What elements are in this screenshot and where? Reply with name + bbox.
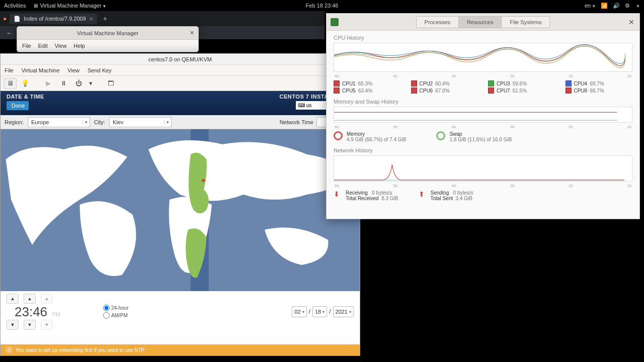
cpu-name: CPU8: [574, 88, 588, 94]
sysmon-body: CPU History 605040302010 CPU1 65.3%CPU2 …: [327, 31, 639, 219]
warning-icon: ⚠: [6, 346, 13, 353]
city-label: City:: [94, 119, 105, 125]
cpu-value: 69.7%: [590, 81, 604, 86]
run-button[interactable]: ▶: [42, 78, 55, 89]
warning-bar: ⚠ You need to set up networking first if…: [1, 344, 360, 355]
firefox-icon: ●: [3, 15, 7, 22]
network-time-label: Network Time: [280, 119, 313, 125]
cpu-value: 63.4%: [358, 88, 372, 94]
vmm-close-icon[interactable]: ✕: [190, 30, 194, 36]
anaconda-header: DATE & TIME Done CENTOS 7 INSTALLATION ⌨…: [1, 91, 360, 115]
upload-arrow-icon: ⬆: [419, 190, 427, 198]
month-select[interactable]: 02: [292, 306, 306, 317]
vmm-menu-view[interactable]: View: [55, 43, 67, 49]
download-arrow-icon: ⬇: [334, 190, 342, 198]
vm-menu-sendkey[interactable]: Send Key: [88, 67, 112, 73]
settings-icon[interactable]: ⚙: [625, 3, 630, 9]
app-menu[interactable]: 🖥 Virtual Machine Manager▼: [33, 3, 106, 9]
vmm-menu-help[interactable]: Help: [73, 43, 85, 49]
memory-value: 4.9 GiB (66.7%) of 7.4 GiB: [347, 137, 406, 142]
pause-button[interactable]: ⏸: [57, 78, 70, 89]
snapshot-button[interactable]: 🗔: [104, 78, 117, 89]
cpu-graph: [334, 43, 632, 72]
vm-menubar: File Virtual Machine View Send Key: [1, 65, 360, 76]
tab-resources[interactable]: Resources: [459, 16, 502, 28]
lang-indicator[interactable]: en▼: [585, 3, 596, 9]
selected-city-marker: [202, 179, 205, 182]
cpu-color-swatch: [334, 80, 340, 86]
vmm-titlebar[interactable]: Virtual Machine Manager ✕: [17, 27, 198, 40]
send-label: Sending: [431, 190, 449, 196]
details-view-button[interactable]: 💡: [19, 78, 32, 89]
net-legend: ⬇ Receiving 0 bytes/s Total Received 8.3…: [334, 190, 632, 201]
recvtot-label: Total Received: [346, 196, 379, 201]
format-ampm-radio[interactable]: AM/PM: [103, 312, 128, 319]
system-monitor-window: Processes Resources File Systems ✕ CPU H…: [326, 13, 640, 219]
console-view-button[interactable]: 🖥: [4, 78, 17, 89]
region-select[interactable]: Europe: [28, 117, 90, 127]
vm-titlebar[interactable]: centos7.0 on QEMU/KVM ✕: [1, 54, 360, 65]
city-select[interactable]: Kiev: [109, 117, 172, 127]
format-24h-radio[interactable]: 24-hour: [103, 305, 128, 311]
power-icon[interactable]: ▼: [635, 3, 640, 9]
activities-button[interactable]: Activities: [4, 3, 26, 9]
timezone-map[interactable]: [1, 129, 360, 291]
keyboard-indicator[interactable]: ⌨ us: [296, 101, 330, 110]
ampm-down-button: ▼: [41, 320, 53, 330]
net-ticks: 605040302010: [334, 184, 632, 188]
shutdown-menu-button[interactable]: ▾: [87, 78, 94, 89]
minute-down-button[interactable]: ▼: [24, 320, 36, 330]
mem-graph: [334, 107, 632, 123]
tab-processes[interactable]: Processes: [416, 16, 459, 28]
year-select[interactable]: 2021: [333, 306, 354, 317]
cpu-legend-item: CPU1 65.3%: [334, 80, 401, 86]
cpu-name: CPU3: [497, 81, 510, 86]
hour-down-button[interactable]: ▼: [7, 320, 19, 330]
cpu-name: CPU6: [420, 88, 433, 94]
sendtot-value: 3.4 GiB: [456, 196, 472, 201]
network-icon[interactable]: 📶: [601, 3, 608, 9]
mem-history-title: Memory and Swap History: [334, 99, 632, 105]
cpu-name: CPU5: [342, 88, 356, 94]
recv-label: Receiving: [346, 190, 368, 196]
shutdown-button[interactable]: ⏻: [72, 78, 85, 89]
clock[interactable]: Feb 18 23:46: [306, 3, 339, 9]
keyboard-icon: ⌨: [298, 103, 305, 108]
vm-menu-vm[interactable]: Virtual Machine: [22, 67, 60, 73]
swap-disc-icon: [436, 131, 445, 140]
tab-filesystems[interactable]: File Systems: [502, 16, 550, 28]
hour-up-button[interactable]: ▲: [7, 294, 19, 304]
net-graph: [334, 155, 632, 182]
sysmon-header[interactable]: Processes Resources File Systems ✕: [327, 14, 639, 31]
browser-tab[interactable]: 📄 Index of /centos/7.9.2009 ✕: [10, 14, 97, 24]
volume-icon[interactable]: 🔊: [613, 3, 620, 9]
minute-up-button[interactable]: ▲: [24, 294, 36, 304]
vmm-menubar: File Edit View Help: [17, 40, 198, 52]
cpu-value: 51.5%: [513, 88, 527, 94]
recvtot-value: 8.3 GiB: [381, 196, 398, 201]
day-select[interactable]: 18: [312, 306, 327, 317]
gnome-topbar: Activities 🖥 Virtual Machine Manager▼ Fe…: [0, 0, 644, 11]
swap-label: Swap: [449, 131, 512, 137]
done-button[interactable]: Done: [7, 101, 29, 110]
cpu-name: CPU7: [497, 88, 510, 94]
cpu-legend-item: CPU6 67.0%: [411, 87, 478, 94]
new-tab-button[interactable]: +: [100, 14, 110, 24]
sysmon-close-icon[interactable]: ✕: [628, 18, 634, 26]
vmm-window: Virtual Machine Manager ✕ File Edit View…: [17, 26, 199, 52]
ampm-up-button: ▲: [41, 294, 53, 304]
cpu-legend-item: CPU3 59.6%: [488, 80, 555, 86]
cpu-history-title: CPU History: [334, 35, 632, 41]
tab-favicon: 📄: [14, 16, 21, 22]
vmm-menu-edit[interactable]: Edit: [38, 43, 48, 49]
vmm-menu-file[interactable]: File: [22, 43, 31, 49]
vm-menu-view[interactable]: View: [67, 67, 79, 73]
back-button[interactable]: ←: [6, 29, 13, 37]
vm-menu-file[interactable]: File: [5, 67, 14, 73]
cpu-color-swatch: [411, 87, 417, 94]
tab-close-icon[interactable]: ✕: [89, 16, 93, 22]
net-history-title: Network History: [334, 147, 632, 153]
time-date-row: ▲ ▼ ▲ ▼ ▲ ▼ 23:46 PM 24-hour: [1, 291, 360, 332]
browser-tabstrip: ● 📄 Index of /centos/7.9.2009 ✕ +: [0, 11, 325, 26]
page-title: DATE & TIME: [7, 94, 44, 100]
